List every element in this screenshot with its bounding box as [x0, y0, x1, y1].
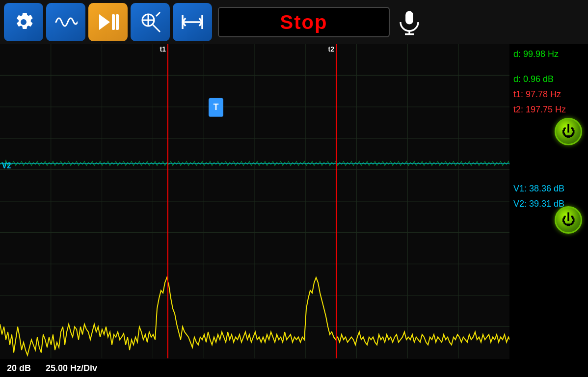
stat-t2-hz-value: t2: 197.75 Hz: [513, 105, 566, 114]
stat-d-db-value: d: 0.96 dB: [513, 74, 554, 84]
fit-button[interactable]: [173, 3, 212, 41]
stat-v1-db-value: V1: 38.36 dB: [513, 184, 564, 193]
v2-chart-label: V2: [2, 162, 11, 170]
stat-d-hz-value: d: 99.98 Hz: [513, 49, 559, 59]
stat-v1-db: V1: 38.36 dB: [513, 184, 584, 194]
play-pause-button[interactable]: [88, 3, 128, 41]
stat-t1-hz: t1: 97.78 Hz: [513, 89, 584, 100]
waveform-svg: t1 t2 T V2: [0, 44, 509, 377]
cursor-t2-label: t2: [328, 45, 334, 53]
stat-d-db: d: 0.96 dB: [513, 74, 584, 84]
svg-line-4: [152, 24, 160, 32]
main-area: t1 t2 T V2 20 dB 25.00 Hz/Div d: 99.98 H…: [0, 44, 588, 377]
power-button-mid[interactable]: ⏻: [555, 206, 582, 234]
cursor-t1-label: t1: [160, 45, 166, 53]
stop-button[interactable]: Stop: [218, 7, 390, 37]
toolbar: Stop: [0, 0, 588, 44]
power-button-top[interactable]: ⏻: [555, 118, 582, 145]
stat-d-hz: d: 99.98 Hz: [513, 49, 584, 59]
right-panel: d: 99.98 Hz d: 0.96 dB t1: 97.78 Hz t2: …: [509, 44, 588, 377]
svg-rect-11: [405, 11, 413, 25]
stat-t2-hz: t2: 197.75 Hz: [513, 105, 584, 115]
wave-button[interactable]: [46, 3, 85, 41]
zoom-crosshair-button[interactable]: [131, 3, 170, 41]
svg-marker-0: [99, 14, 110, 30]
svg-line-7: [156, 12, 160, 16]
svg-rect-2: [116, 14, 119, 30]
svg-rect-1: [112, 14, 115, 30]
chart-area[interactable]: t1 t2 T V2 20 dB 25.00 Hz/Div: [0, 44, 509, 377]
svg-text:T: T: [214, 102, 219, 112]
stop-label: Stop: [280, 11, 328, 33]
settings-button[interactable]: [4, 3, 43, 41]
stat-t1-hz-value: t1: 97.78 Hz: [513, 89, 561, 99]
mic-button[interactable]: [393, 5, 426, 39]
